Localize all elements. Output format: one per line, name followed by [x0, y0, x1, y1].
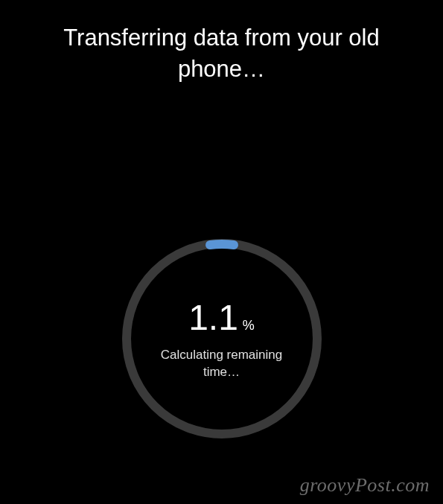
- progress-value: 1.1: [188, 297, 238, 338]
- watermark: groovyPost.com: [300, 474, 430, 497]
- progress-ring-container: 1.1 % Calculating remaining time…: [118, 235, 326, 443]
- progress-symbol: %: [243, 318, 255, 334]
- progress-percent: 1.1 %: [188, 297, 255, 338]
- progress-content: 1.1 % Calculating remaining time…: [118, 235, 326, 443]
- header: Transferring data from your old phone…: [0, 0, 443, 85]
- progress-status: Calculating remaining time…: [147, 347, 296, 381]
- page-title: Transferring data from your old phone…: [30, 22, 413, 85]
